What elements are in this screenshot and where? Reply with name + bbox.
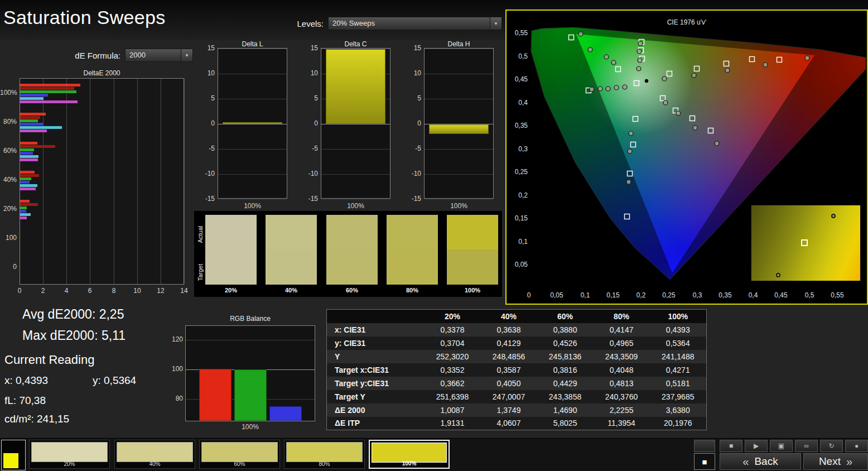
axis-label: 100% — [0, 89, 17, 98]
table-cell: 247,0007 — [481, 390, 537, 403]
de-bar — [20, 84, 80, 86]
sweep-button-20%[interactable]: 20% — [29, 440, 110, 469]
rgb-bar-green — [234, 369, 267, 421]
table-cell: 5,8025 — [537, 417, 594, 430]
axis-label: 0,2 — [631, 291, 651, 299]
double-chevron-left-icon: « — [742, 455, 749, 468]
current-reading-cdm2: cd/m²: 241,15 — [4, 413, 69, 425]
axis-label: 0,15 — [510, 214, 528, 222]
grid-line — [425, 149, 493, 150]
axis-label: 14 — [177, 287, 191, 295]
stop-button[interactable]: ■ — [720, 440, 742, 452]
grid-line — [137, 79, 138, 284]
record-icon: ● — [855, 442, 859, 450]
levels-dropdown[interactable]: 20% Sweeps ▼ — [328, 17, 502, 30]
axis-label: 100% — [218, 202, 287, 210]
measured-marker — [663, 100, 668, 105]
chart-title: DeltaE 2000 — [20, 69, 184, 77]
current-reading-y: y: 0,5364 — [93, 374, 136, 387]
delta-bar — [326, 49, 385, 124]
capture-button[interactable]: ▣ — [770, 440, 793, 452]
measured-marker — [776, 273, 780, 277]
grid-line — [161, 79, 161, 284]
row-label: Target Y — [327, 390, 425, 403]
axis-label: 15 — [406, 44, 421, 52]
sweep-button-80%[interactable]: 80% — [284, 440, 365, 469]
row-label: Target y:CIE31 — [327, 377, 425, 390]
chart-title: Delta L — [218, 40, 287, 48]
sweep-button-100%[interactable]: 100% — [369, 440, 450, 469]
current-reading-marker — [645, 79, 648, 83]
sweep-button-60%[interactable]: 60% — [199, 440, 280, 469]
axis-label: 100 — [0, 234, 17, 243]
axis-label: 0,55 — [510, 29, 528, 37]
measurement-table-container: 20%40%60%80%100%x: CIE310,33780,36380,38… — [326, 309, 707, 430]
axis-label: 15 — [302, 44, 318, 52]
de-bar — [20, 142, 37, 145]
record-button[interactable]: ● — [845, 440, 868, 452]
measured-marker — [626, 180, 631, 184]
table-cell: 0,3662 — [425, 377, 481, 390]
table-header: 40% — [481, 310, 537, 323]
delta-l-chart: Delta L 151050-5-10-15100% — [198, 39, 293, 212]
de-bar — [20, 174, 39, 177]
de-formula-dropdown[interactable]: 2000 ▼ — [125, 49, 193, 62]
sweep-label: 20% — [30, 461, 109, 467]
loop-button[interactable]: ∞ — [795, 440, 818, 452]
back-button[interactable]: « Back — [720, 453, 801, 470]
axis-label: 8 — [107, 287, 120, 295]
axis-label: 2 — [36, 287, 50, 295]
actual-swatch — [205, 215, 257, 249]
chevron-down-icon[interactable]: ▼ — [181, 49, 192, 61]
play-button[interactable]: ▶ — [745, 440, 768, 452]
axis-label: 6 — [83, 287, 97, 295]
refresh-button[interactable]: ↻ — [820, 440, 843, 452]
table-cell: 0,4526 — [537, 337, 594, 350]
sweep-button-40%[interactable]: 40% — [114, 440, 195, 469]
cie-title: CIE 1976 u'v' — [507, 18, 867, 26]
axis-label: 0,4 — [510, 99, 528, 107]
axis-label: 0,05 — [510, 261, 528, 268]
actual-row-label: Actual — [197, 219, 204, 250]
capture-icon: ▣ — [778, 442, 784, 450]
axis-label: 0,45 — [771, 291, 791, 299]
levels-value: 20% Sweeps — [332, 19, 375, 27]
next-button[interactable]: Next » — [803, 453, 868, 470]
table-cell: 1,0087 — [425, 403, 481, 417]
sweep-swatch — [117, 442, 193, 462]
pattern-window-tile[interactable] — [1, 440, 26, 470]
table-cell: 0,4393 — [650, 323, 707, 337]
grid-line — [184, 79, 185, 284]
grid-line — [218, 74, 287, 74]
swatch-label: 60% — [326, 287, 378, 295]
table-row: y: CIE310,37040,41290,45260,49650,5364 — [327, 337, 707, 350]
axis-label: 80 — [167, 395, 183, 402]
table-cell: 0,4129 — [481, 337, 537, 350]
axis-label: 10 — [131, 287, 144, 295]
panel-collapse-button[interactable] — [694, 440, 715, 452]
delta-l-plot — [218, 48, 287, 199]
table-cell: 0,3352 — [425, 363, 481, 377]
axis-label: 80% — [0, 118, 17, 127]
axis-label: -15 — [302, 195, 318, 203]
grid-line — [218, 99, 287, 99]
rgb-balance-chart: RGB Balance 12010080100% — [167, 313, 324, 432]
target-swatch — [266, 249, 317, 285]
grid-line — [321, 124, 390, 124]
table-row: Target x:CIE310,33520,35870,38160,40480,… — [327, 363, 707, 377]
grid-line — [186, 340, 315, 340]
swatch-label: 40% — [266, 287, 317, 295]
table-cell: 251,6398 — [425, 390, 481, 403]
chart-title: Delta H — [424, 40, 494, 48]
measured-marker — [692, 73, 696, 78]
table-cell: 0,3816 — [537, 363, 594, 377]
grid-line — [218, 49, 287, 49]
grid-line — [321, 174, 390, 175]
stop-button[interactable]: ■ — [694, 453, 715, 470]
axis-label: 0,25 — [510, 168, 528, 176]
chevron-down-icon[interactable]: ▼ — [490, 17, 501, 30]
de-bar — [20, 119, 38, 122]
cie-diagram-panel: CIE 1976 u'v' 0,550,50,450,40,350,30,250… — [505, 9, 868, 305]
table-header: 100% — [650, 310, 707, 323]
deltae2000-chart: DeltaE 2000 100%80%60%40%20%100002468101… — [0, 66, 194, 300]
